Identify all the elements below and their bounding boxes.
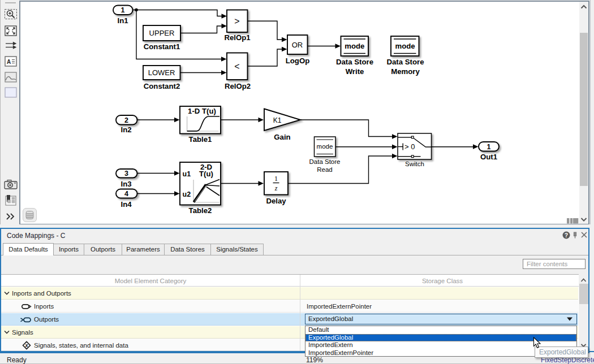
svg-text:In1: In1 bbox=[117, 16, 128, 25]
svg-text:3: 3 bbox=[124, 170, 128, 177]
svg-text:>: > bbox=[234, 16, 239, 26]
svg-text:Delay: Delay bbox=[266, 197, 286, 205]
svg-text:OR: OR bbox=[292, 41, 303, 49]
svg-text:Memory: Memory bbox=[391, 67, 420, 76]
svg-text:UPPER: UPPER bbox=[149, 29, 175, 37]
svg-text:?: ? bbox=[565, 232, 568, 239]
svg-text:1: 1 bbox=[274, 175, 278, 183]
svg-text:RelOp1: RelOp1 bbox=[224, 33, 250, 42]
svg-text:<: < bbox=[234, 62, 239, 71]
svg-text:Out1: Out1 bbox=[480, 153, 497, 161]
svg-text:In2: In2 bbox=[120, 125, 131, 134]
svg-text:1-D T(u): 1-D T(u) bbox=[188, 107, 216, 115]
svg-text:Data Store: Data Store bbox=[387, 58, 424, 66]
svg-text:x: x bbox=[24, 343, 28, 348]
svg-text:z: z bbox=[274, 184, 278, 192]
svg-text:Read: Read bbox=[317, 166, 333, 173]
svg-text:LogOp: LogOp bbox=[286, 57, 309, 65]
svg-text:2: 2 bbox=[124, 116, 128, 124]
svg-text:In3: In3 bbox=[120, 180, 131, 188]
svg-text:mode: mode bbox=[345, 42, 364, 50]
svg-text:1: 1 bbox=[121, 6, 125, 14]
svg-text:Switch: Switch bbox=[405, 161, 424, 167]
svg-text:Table2: Table2 bbox=[189, 206, 212, 215]
svg-text:RelOp2: RelOp2 bbox=[225, 82, 251, 90]
svg-text:LOWER: LOWER bbox=[148, 68, 175, 77]
svg-text:Constant2: Constant2 bbox=[144, 82, 180, 90]
svg-text:Write: Write bbox=[346, 67, 364, 76]
svg-text:In4: In4 bbox=[120, 200, 132, 209]
svg-text:Data Store: Data Store bbox=[309, 158, 341, 165]
svg-text:A: A bbox=[7, 59, 11, 65]
svg-text:4: 4 bbox=[124, 190, 128, 198]
svg-text:T(u): T(u) bbox=[199, 170, 213, 178]
svg-text:mode: mode bbox=[317, 143, 333, 150]
svg-text:u2: u2 bbox=[183, 190, 191, 198]
svg-text:K1: K1 bbox=[273, 116, 282, 124]
svg-text:u1: u1 bbox=[183, 170, 191, 178]
svg-text:Gain: Gain bbox=[274, 133, 290, 141]
svg-text:1: 1 bbox=[487, 143, 491, 151]
svg-text:mode: mode bbox=[395, 42, 415, 50]
svg-text:Table1: Table1 bbox=[189, 135, 212, 144]
svg-text:Data Store: Data Store bbox=[336, 58, 373, 66]
svg-text:Constant1: Constant1 bbox=[144, 42, 180, 51]
svg-text:> 0: > 0 bbox=[404, 142, 415, 151]
